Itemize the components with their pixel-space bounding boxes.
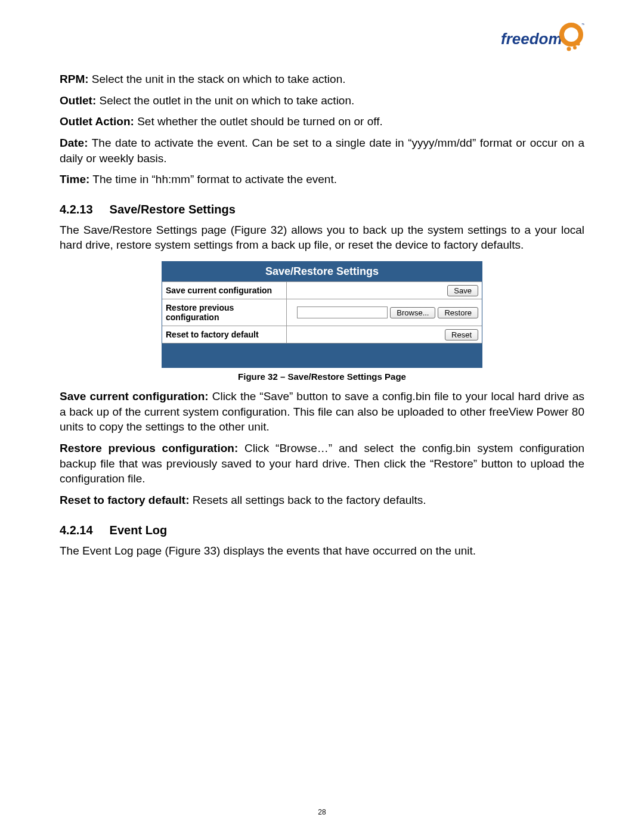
- def-time: Time: The time in “hh:mm” format to acti…: [60, 172, 584, 187]
- def-text: Select the outlet in the unit on which t…: [96, 94, 354, 107]
- page-number: 28: [0, 808, 644, 816]
- def-text: Resets all settings back to the factory …: [189, 494, 426, 506]
- svg-point-0: [567, 47, 571, 51]
- section-heading-4-2-14: 4.2.14Event Log: [60, 524, 584, 537]
- def-label: Time:: [60, 173, 89, 185]
- section-number: 4.2.13: [60, 203, 93, 216]
- section2-intro: The Event Log page (Figure 33) displays …: [60, 543, 584, 559]
- post-reset: Reset to factory default: Resets all set…: [60, 493, 584, 508]
- restore-button[interactable]: Restore: [438, 307, 478, 318]
- def-label: Outlet Action:: [60, 115, 134, 128]
- row-save-config: Save current configuration Save: [162, 281, 482, 299]
- browse-button[interactable]: Browse...: [390, 307, 435, 318]
- row-label: Reset to factory default: [162, 326, 287, 343]
- def-text: The time in “hh:mm” format to activate t…: [89, 173, 337, 185]
- logo-text: freedom: [501, 30, 562, 48]
- def-text: The date to activate the event. Can be s…: [60, 137, 584, 165]
- brand-logo: freedom ™: [501, 20, 584, 56]
- def-outlet-action: Outlet Action: Set whether the outlet sh…: [60, 114, 584, 129]
- post-save: Save current configuration: Click the “S…: [60, 389, 584, 435]
- section-title: Save/Restore Settings: [110, 203, 236, 216]
- def-label: Save current configuration:: [60, 390, 209, 402]
- panel-footer-bar: [162, 343, 482, 367]
- figure-32: Save/Restore Settings Save current confi…: [60, 261, 584, 368]
- row-reset-default: Reset to factory default Reset: [162, 326, 482, 343]
- section-heading-4-2-13: 4.2.13Save/Restore Settings: [60, 203, 584, 216]
- svg-point-1: [573, 46, 577, 49]
- svg-point-2: [577, 43, 580, 46]
- settings-panel-header: Save/Restore Settings: [162, 262, 482, 281]
- section1-intro: The Save/Restore Settings page (Figure 3…: [60, 222, 584, 253]
- def-outlet: Outlet: Select the outlet in the unit on…: [60, 93, 584, 109]
- def-text: Select the unit in the stack on which to…: [89, 73, 346, 85]
- file-path-input[interactable]: [297, 306, 388, 318]
- row-label: Save current configuration: [162, 282, 287, 299]
- reset-button[interactable]: Reset: [445, 329, 478, 340]
- def-label: RPM:: [60, 73, 89, 85]
- def-rpm: RPM: Select the unit in the stack on whi…: [60, 72, 584, 87]
- def-label: Restore previous configuration:: [60, 442, 238, 454]
- figure-caption: Figure 32 – Save/Restore Settings Page: [60, 371, 584, 382]
- logo-ring-icon: [562, 25, 581, 44]
- def-label: Reset to factory default:: [60, 494, 189, 506]
- def-label: Date:: [60, 137, 88, 149]
- def-date: Date: The date to activate the event. Ca…: [60, 135, 584, 166]
- section-title: Event Log: [110, 524, 168, 537]
- def-label: Outlet:: [60, 94, 96, 107]
- post-restore: Restore previous configuration: Click “B…: [60, 441, 584, 487]
- row-label: Restore previous configuration: [162, 299, 287, 326]
- save-button[interactable]: Save: [447, 285, 478, 296]
- row-restore-config: Restore previous configuration Browse...…: [162, 299, 482, 326]
- def-text: Set whether the outlet should be turned …: [134, 115, 383, 128]
- section-number: 4.2.14: [60, 524, 93, 537]
- svg-text:™: ™: [581, 23, 584, 27]
